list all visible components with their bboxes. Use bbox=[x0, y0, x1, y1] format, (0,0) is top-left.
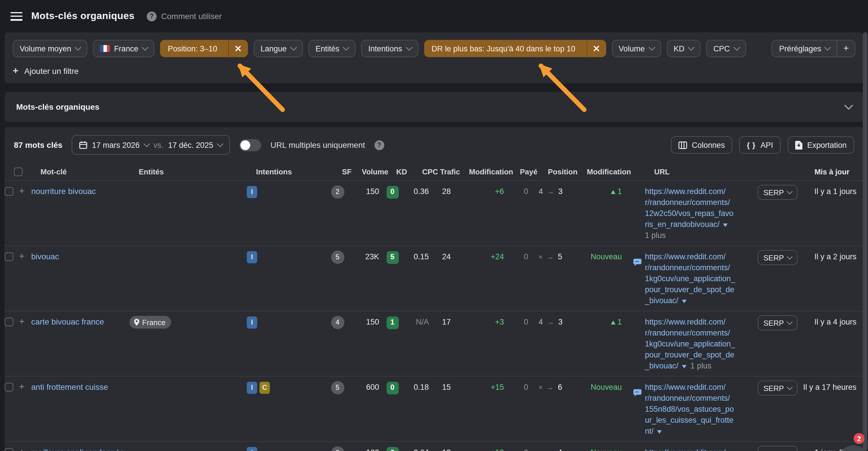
url-link[interactable]: https://www.reddit.com/ bbox=[645, 382, 732, 393]
column-header-kd[interactable]: KD bbox=[389, 167, 415, 176]
url-link[interactable]: r/randonneur/comments/ bbox=[645, 393, 732, 404]
api-button[interactable]: { } API bbox=[739, 136, 780, 154]
chevron-down-icon bbox=[648, 44, 655, 51]
add-filter-button[interactable]: + Ajouter un filtre bbox=[13, 66, 79, 76]
column-header-entities[interactable]: Entités bbox=[139, 167, 251, 176]
table-row: + nourriture bivouac I 2 150 0 0.36 28 +… bbox=[5, 181, 863, 246]
keyword-link[interactable]: meilleure appli randonnée bbox=[31, 447, 124, 451]
table-row: + carte bivouac france France I 4 150 1 … bbox=[5, 311, 863, 377]
url-link[interactable]: pour_trouver_de_spot_de bbox=[645, 349, 732, 360]
url-link[interactable]: r/randonneur/comments/ bbox=[645, 262, 732, 273]
row-checkbox[interactable] bbox=[5, 252, 13, 261]
vertical-scrollbar[interactable] bbox=[863, 32, 867, 451]
more-urls-link[interactable]: 1 plus bbox=[645, 230, 732, 241]
how-to-use-link[interactable]: ? Comment utiliser bbox=[147, 11, 222, 21]
filter-kd[interactable]: KD bbox=[666, 40, 701, 57]
entity-pill[interactable]: France bbox=[129, 316, 172, 329]
traffic-change-value: +12 bbox=[451, 447, 504, 451]
filter-dr-active[interactable]: DR le plus bas: Jusqu'à 40 dans le top 1… bbox=[424, 40, 606, 57]
filter-volume-moyen[interactable]: Volume moyen bbox=[13, 40, 88, 57]
add-to-list-icon[interactable]: + bbox=[19, 382, 31, 392]
url-link[interactable]: nt/ bbox=[645, 426, 732, 437]
url-link[interactable]: https://www.reddit.com/ bbox=[645, 447, 732, 451]
volume-value: 150 bbox=[349, 186, 379, 197]
url-link[interactable]: ur_les_cuisses_qui_frotte bbox=[645, 415, 732, 426]
page-title: Mots-clés organiques bbox=[31, 10, 135, 22]
presets-label: Préréglages bbox=[779, 44, 822, 53]
row-checkbox[interactable] bbox=[5, 187, 13, 196]
add-to-list-icon[interactable]: + bbox=[19, 447, 31, 451]
url-expand-caret-icon[interactable] bbox=[657, 430, 662, 434]
add-to-list-icon[interactable]: + bbox=[19, 317, 31, 327]
filter-entites[interactable]: Entités bbox=[309, 40, 356, 57]
export-button[interactable]: Exportation bbox=[787, 136, 854, 154]
row-checkbox[interactable] bbox=[5, 383, 13, 391]
column-header-paid[interactable]: Payé bbox=[513, 167, 537, 176]
keyword-link[interactable]: anti frottement cuisse bbox=[31, 382, 108, 392]
url-link[interactable]: 155n8d8/vos_astuces_po bbox=[645, 404, 732, 415]
url-expand-caret-icon[interactable] bbox=[682, 300, 686, 303]
row-checkbox[interactable] bbox=[5, 318, 13, 326]
column-header-position-change[interactable]: Modification bbox=[584, 167, 631, 176]
url-link[interactable]: ris_en_randobivouac/ bbox=[645, 219, 732, 230]
column-header-updated[interactable]: Mis à jour bbox=[792, 167, 857, 176]
column-header-url[interactable]: URL bbox=[631, 167, 741, 176]
filter-position-active[interactable]: Position: 3–10 bbox=[160, 40, 248, 57]
url-link[interactable]: r/randonneur/comments/ bbox=[645, 327, 732, 339]
intent-badge-informational: I bbox=[247, 382, 257, 394]
keyword-link[interactable]: nourriture bivouac bbox=[31, 186, 96, 196]
filter-langue[interactable]: Langue bbox=[254, 40, 303, 57]
select-all-checkbox[interactable] bbox=[14, 167, 23, 176]
add-to-list-icon[interactable]: + bbox=[19, 186, 31, 196]
section-header[interactable]: Mots-clés organiques bbox=[5, 92, 863, 122]
intent-badge-informational: I bbox=[247, 447, 257, 451]
kd-badge: 0 bbox=[386, 186, 399, 198]
url-link[interactable]: _bivouac/1 plus bbox=[645, 360, 732, 371]
column-header-position[interactable]: Position bbox=[537, 167, 584, 176]
kd-badge: 1 bbox=[386, 316, 399, 329]
collapse-chevron-icon[interactable] bbox=[844, 101, 853, 110]
keyword-link[interactable]: bivouac bbox=[31, 251, 59, 262]
add-to-list-icon[interactable]: + bbox=[19, 251, 31, 262]
column-header-sf[interactable]: SF bbox=[335, 167, 358, 176]
url-link[interactable]: 12w2c50/vos_repas_favo bbox=[645, 208, 732, 219]
multiple-urls-toggle[interactable] bbox=[239, 139, 261, 151]
row-checkbox[interactable] bbox=[5, 448, 13, 451]
url-link[interactable]: 1kg0cuv/une_application_ bbox=[645, 339, 732, 349]
filter-cpc[interactable]: CPC bbox=[707, 40, 746, 57]
keyword-link[interactable]: carte bivouac france bbox=[31, 317, 104, 327]
column-header-traffic[interactable]: Trafic bbox=[438, 167, 460, 176]
position-arrow-icon: → bbox=[547, 382, 554, 393]
url-link[interactable]: https://www.reddit.com/ bbox=[645, 186, 732, 197]
hamburger-menu-icon[interactable] bbox=[10, 12, 23, 21]
help-icon[interactable]: ? bbox=[374, 140, 384, 150]
position-up-triangle-icon bbox=[611, 321, 616, 325]
position-to: 5 bbox=[558, 251, 562, 262]
updated-value: Il y a 17 heures bbox=[782, 382, 863, 393]
intent-badge-informational: I bbox=[247, 251, 257, 263]
url-link[interactable]: https://www.reddit.com/ bbox=[645, 317, 732, 327]
filter-volume[interactable]: Volume bbox=[612, 40, 661, 57]
presets-button[interactable]: Préréglages bbox=[772, 40, 837, 57]
column-header-keyword[interactable]: Mot-clé bbox=[40, 167, 139, 176]
remove-filter-icon[interactable] bbox=[228, 40, 247, 57]
url-expand-caret-icon[interactable] bbox=[723, 223, 727, 227]
column-header-intentions[interactable]: Intentions bbox=[251, 167, 335, 176]
remove-filter-icon[interactable] bbox=[586, 40, 606, 57]
url-link[interactable]: https://www.reddit.com/ bbox=[645, 251, 732, 262]
url-link[interactable]: r/randonneur/comments/ bbox=[645, 197, 732, 208]
more-urls-link[interactable]: 1 plus bbox=[690, 361, 711, 370]
url-link[interactable]: _bivouac/ bbox=[645, 295, 732, 306]
filter-intentions[interactable]: Intentions bbox=[362, 40, 418, 57]
column-header-traffic-change[interactable]: Modification bbox=[460, 167, 513, 176]
filter-label: France bbox=[114, 44, 138, 53]
url-link[interactable]: 1kg0cuv/une_application_ bbox=[645, 273, 732, 284]
add-preset-button[interactable]: + bbox=[837, 40, 855, 57]
filter-country[interactable]: France bbox=[93, 40, 155, 57]
column-header-volume[interactable]: Volume bbox=[358, 167, 389, 176]
column-header-cpc[interactable]: CPC bbox=[415, 167, 438, 176]
date-range-picker[interactable]: 17 mars 2026 vs. 17 déc. 2025 bbox=[72, 135, 230, 155]
columns-button[interactable]: Colonnes bbox=[671, 136, 732, 154]
url-link[interactable]: pour_trouver_de_spot_de bbox=[645, 284, 732, 295]
url-expand-caret-icon[interactable] bbox=[682, 365, 686, 368]
